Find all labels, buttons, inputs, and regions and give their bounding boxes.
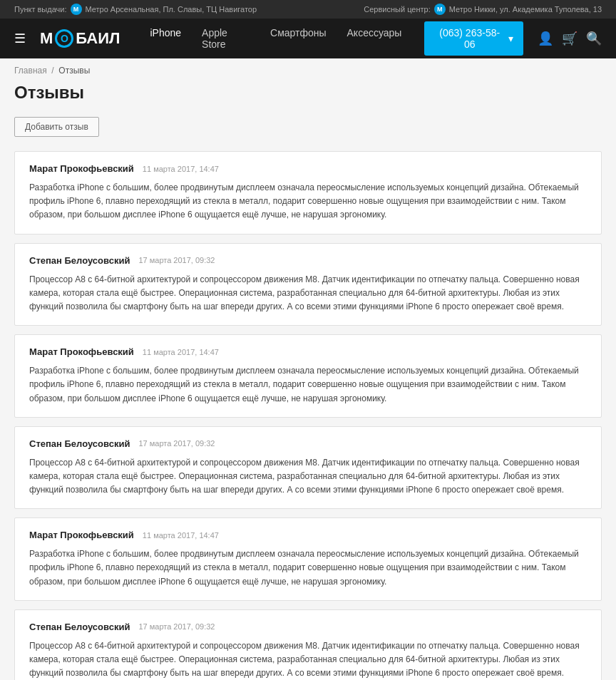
metro-icon-right: М [434,4,446,15]
reviewer-name: Степан Белоусовский [29,255,130,266]
service-info: Сервисный центр: М Метро Никки, ул. Акад… [364,4,602,15]
review-card: Марат Прокофьевский 11 марта 2017, 14:47… [14,334,602,418]
review-date: 11 марта 2017, 14:47 [143,165,219,173]
review-date: 17 марта 2017, 09:32 [138,256,215,264]
service-label: Сервисный центр: [364,5,430,14]
pickup-label: Пункт выдачи: [14,5,67,14]
review-card: Степан Белоусовский 17 марта 2017, 09:32… [14,609,602,680]
review-header: Марат Прокофьевский 11 марта 2017, 14:47 [29,163,587,174]
review-header: Марат Прокофьевский 11 марта 2017, 14:47 [29,346,587,357]
logo-text-right: БАИЛ [76,29,120,48]
page-title: Отзывы [14,83,602,103]
main-nav: iPhone Apple Store Смартфоны Аксессуары [141,21,410,56]
review-card: Степан Белоусовский 17 марта 2017, 09:32… [14,243,602,326]
add-review-button[interactable]: Добавить отзыв [14,117,99,137]
reviewer-name: Марат Прокофьевский [29,530,134,540]
phone-number: (063) 263-58-06 [434,27,505,50]
review-text: Процессор A8 с 64-битной архитектурой и … [29,639,587,680]
review-card: Степан Белоусовский 17 марта 2017, 09:32… [14,426,602,510]
logo-text-left: М [40,29,53,48]
phone-button[interactable]: (063) 263-58-06 ▾ [424,21,523,56]
nav-apple-store[interactable]: Apple Store [193,21,258,56]
review-text: Разработка iPhone с большим, более продв… [29,181,587,222]
nav-smartphones[interactable]: Смартфоны [262,21,335,56]
review-header: Степан Белоусовский 17 марта 2017, 09:32 [29,438,587,449]
cart-icon[interactable]: 🛒 [562,31,578,46]
review-text: Разработка iPhone с большим, более продв… [29,547,587,589]
review-text: Процессор A8 с 64-битной архитектурой и … [29,273,587,314]
review-date: 17 марта 2017, 09:32 [138,439,215,448]
review-text: Процессор A8 с 64-битной архитектурой и … [29,456,587,498]
review-text: Разработка iPhone с большим, более продв… [29,364,587,406]
reviewer-name: Марат Прокофьевский [29,346,134,357]
review-card: Марат Прокофьевский 11 марта 2017, 14:47… [14,517,602,601]
review-date: 17 марта 2017, 09:32 [138,622,215,631]
logo[interactable]: М О БАИЛ [40,29,120,48]
metro-icon-left: М [71,4,82,15]
reviewer-name: Степан Белоусовский [29,622,130,632]
service-details: Метро Никки, ул. Академика Туполева, 13 [449,5,602,14]
reviewer-name: Степан Белоусовский [29,438,130,449]
user-icon[interactable]: 👤 [538,31,553,46]
review-header: Степан Белоусовский 17 марта 2017, 09:32 [29,255,587,266]
review-date: 11 марта 2017, 14:47 [143,348,219,356]
review-date: 11 марта 2017, 14:47 [143,531,219,540]
header: ☰ М О БАИЛ iPhone Apple Store Смартфоны … [0,19,616,58]
pickup-details: Метро Арсенальная, Пл. Славы, ТЦ Навигат… [86,5,257,14]
breadcrumb-home[interactable]: Главная [14,66,47,76]
nav-accessories[interactable]: Аксессуары [339,21,411,56]
nav-iphone[interactable]: iPhone [141,21,190,56]
search-icon[interactable]: 🔍 [586,31,602,46]
review-card: Марат Прокофьевский 11 марта 2017, 14:47… [14,151,602,235]
header-icons: 👤 🛒 🔍 [538,31,602,46]
review-header: Степан Белоусовский 17 марта 2017, 09:32 [29,622,587,632]
pickup-info: Пункт выдачи: М Метро Арсенальная, Пл. С… [14,4,257,15]
logo-circle: О [55,29,73,48]
breadcrumb-current: Отзывы [58,66,90,76]
main-content: Отзывы Добавить отзыв Марат Прокофьевски… [0,83,616,680]
breadcrumb: Главная / Отзывы [0,58,616,83]
hamburger-icon[interactable]: ☰ [14,31,26,46]
review-header: Марат Прокофьевский 11 марта 2017, 14:47 [29,530,587,540]
reviewer-name: Марат Прокофьевский [29,163,134,174]
reviews-list: Марат Прокофьевский 11 марта 2017, 14:47… [14,151,602,680]
top-info-bar: Пункт выдачи: М Метро Арсенальная, Пл. С… [0,0,616,19]
chevron-down-icon: ▾ [508,33,513,44]
